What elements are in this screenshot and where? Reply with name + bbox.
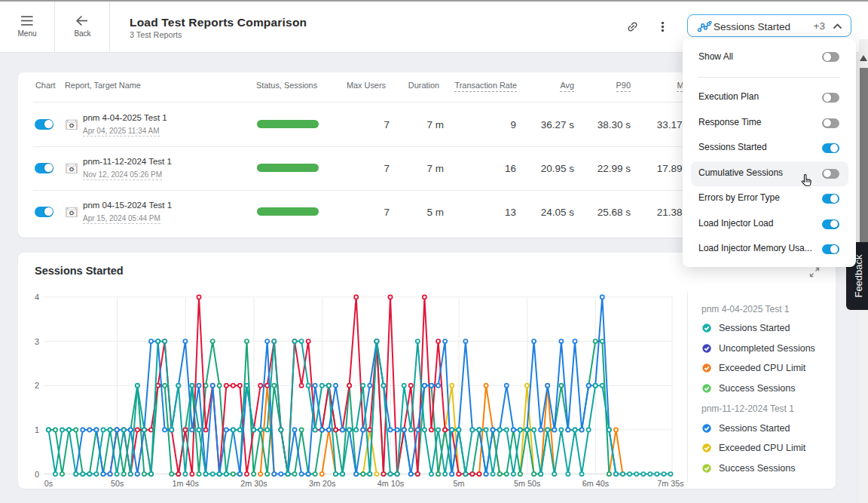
- svg-text:2m 30s: 2m 30s: [240, 479, 267, 488]
- svg-text:3m 20s: 3m 20s: [309, 479, 336, 488]
- svg-text:3: 3: [35, 337, 39, 346]
- svg-text:5m: 5m: [454, 479, 465, 488]
- svg-text:7m 35s: 7m 35s: [657, 479, 684, 488]
- svg-text:6m 40s: 6m 40s: [582, 479, 610, 488]
- svg-text:50s: 50s: [111, 479, 124, 488]
- svg-text:5m 50s: 5m 50s: [514, 479, 541, 488]
- svg-text:0s: 0s: [44, 479, 53, 488]
- svg-text:2: 2: [35, 381, 39, 390]
- svg-text:4m 10s: 4m 10s: [377, 479, 405, 488]
- svg-text:0: 0: [35, 470, 39, 479]
- svg-text:4: 4: [35, 293, 39, 302]
- svg-text:1: 1: [35, 425, 39, 434]
- svg-text:1m 40s: 1m 40s: [173, 479, 200, 488]
